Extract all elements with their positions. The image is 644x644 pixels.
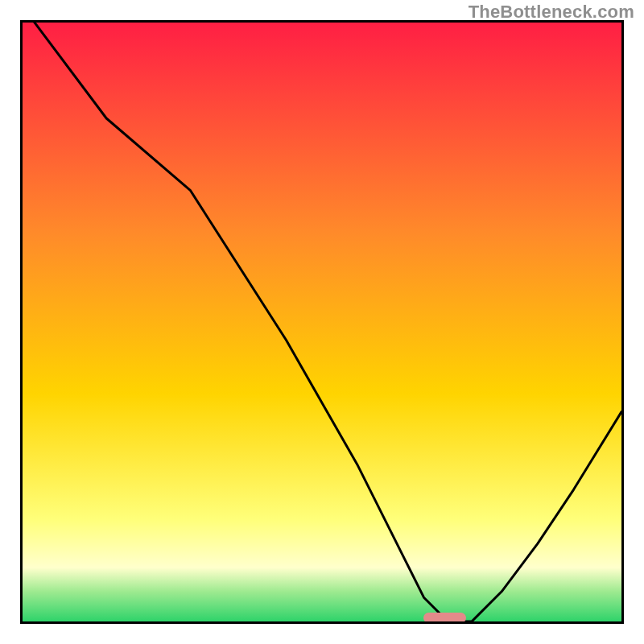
bottleneck-curve <box>23 23 621 621</box>
chart-stage: TheBottleneck.com <box>0 0 644 644</box>
curve-layer <box>23 23 621 621</box>
optimal-marker <box>423 613 465 623</box>
plot-frame <box>20 20 624 624</box>
